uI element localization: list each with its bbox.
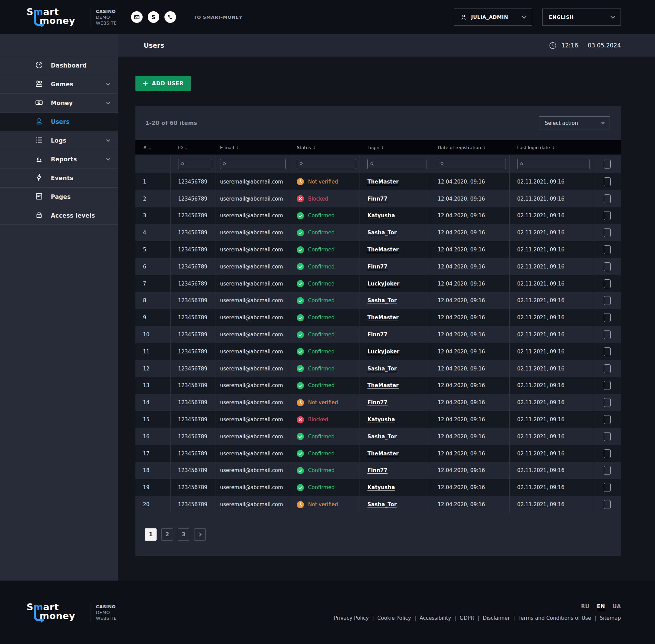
email-icon[interactable] xyxy=(131,11,143,23)
row-checkbox[interactable] xyxy=(604,483,611,492)
row-checkbox[interactable] xyxy=(604,296,611,305)
footer-language-ua[interactable]: UA xyxy=(613,603,621,610)
blocked-status-icon xyxy=(297,195,304,202)
footer-link-terms-and-conditions-of-use[interactable]: Terms and Conditions of Use xyxy=(518,615,591,621)
row-checkbox[interactable] xyxy=(604,279,611,288)
filter-input-date-of-registration[interactable] xyxy=(438,159,506,169)
login-link[interactable]: Finn77 xyxy=(367,467,388,473)
column-header-date-of-registration[interactable]: Date of registration↓ xyxy=(430,145,510,150)
row-checkbox[interactable] xyxy=(604,245,611,254)
page-button-2[interactable]: 2 xyxy=(161,528,173,541)
row-checkbox[interactable] xyxy=(604,398,611,407)
row-checkbox[interactable] xyxy=(604,415,611,424)
footer-link-disclaimer[interactable]: Disclaimer xyxy=(483,615,510,621)
row-checkbox[interactable] xyxy=(604,262,611,271)
login-link[interactable]: TheMaster xyxy=(367,451,399,457)
sidebar-item-pages[interactable]: Pages xyxy=(0,187,118,206)
sidebar-item-games[interactable]: Games xyxy=(0,75,118,93)
login-link[interactable]: Sasha_Tor xyxy=(367,434,397,440)
footer-language-en[interactable]: EN xyxy=(597,603,605,610)
pages-icon xyxy=(35,192,43,202)
row-checkbox[interactable] xyxy=(604,211,611,220)
sidebar-item-events[interactable]: Events xyxy=(0,169,118,187)
sidebar-item-logs[interactable]: Logs xyxy=(0,131,118,150)
login-link[interactable]: LuckyJoker xyxy=(367,349,399,355)
column-header-login[interactable]: Login↓ xyxy=(360,145,430,150)
login-link[interactable]: Sasha_Tor xyxy=(367,297,397,304)
to-smart-money-link[interactable]: TO SMART-MONEY xyxy=(194,15,243,20)
row-checkbox[interactable] xyxy=(604,330,611,339)
column-header-status[interactable]: Status↓ xyxy=(289,145,360,150)
row-checkbox[interactable] xyxy=(604,177,611,186)
footer-right: RUENUA Privacy Policy|Cookie Policy|Acce… xyxy=(334,603,621,621)
sidebar-item-label: Money xyxy=(51,100,73,106)
login-link[interactable]: Finn77 xyxy=(367,196,388,202)
sidebar-item-access[interactable]: Access levels xyxy=(0,206,118,225)
login-link[interactable]: Finn77 xyxy=(367,399,388,406)
sidebar-item-dashboard[interactable]: Dashboard xyxy=(0,56,118,75)
filter-input-status[interactable] xyxy=(297,159,356,169)
footer-link-privacy-policy[interactable]: Privacy Policy xyxy=(334,615,369,621)
login-link[interactable]: Katyusha xyxy=(367,484,395,491)
footer-link-separator: | xyxy=(478,615,479,621)
login-link[interactable]: LuckyJoker xyxy=(367,281,399,287)
language-dropdown[interactable]: ENGLISH xyxy=(542,9,621,26)
next-page-button[interactable] xyxy=(194,528,206,541)
events-icon xyxy=(35,173,43,183)
select-all-checkbox[interactable] xyxy=(604,160,611,169)
page-button-3[interactable]: 3 xyxy=(178,528,189,541)
row-checkbox[interactable] xyxy=(604,449,611,458)
row-checkbox[interactable] xyxy=(604,500,611,509)
viber-icon[interactable] xyxy=(164,11,176,23)
page-button-1[interactable]: 1 xyxy=(145,528,157,541)
column-header-id[interactable]: ID↓ xyxy=(171,145,216,150)
table-row: 14 123456789 useremail@abcmail.com Not v… xyxy=(135,394,621,411)
footer-link-gdpr[interactable]: GDPR xyxy=(460,615,474,621)
add-user-button[interactable]: + ADD USER xyxy=(135,76,191,91)
current-date: 03.05.2024 xyxy=(588,42,621,49)
admin-user-dropdown[interactable]: JULIA_ADMIN xyxy=(454,9,532,26)
row-checkbox[interactable] xyxy=(604,347,611,356)
search-icon xyxy=(222,162,227,166)
login-link[interactable]: Katyusha xyxy=(367,416,395,423)
footer-brand-tagline: CASINO DEMO WEBSITE xyxy=(96,604,117,621)
search-icon xyxy=(370,162,374,166)
row-checkbox[interactable] xyxy=(604,364,611,373)
login-link[interactable]: Finn77 xyxy=(367,332,388,338)
row-checkbox[interactable] xyxy=(604,466,611,475)
confirmed-status-icon xyxy=(297,365,304,372)
row-checkbox[interactable] xyxy=(604,313,611,322)
sidebar-item-users[interactable]: Users xyxy=(0,112,118,131)
table-row: 10 123456789 useremail@abcmail.com Confi… xyxy=(135,326,621,343)
login-link[interactable]: Sasha_Tor xyxy=(367,230,397,236)
column-header-e-mail[interactable]: E-mail↓ xyxy=(216,145,289,150)
skype-icon[interactable]: S xyxy=(148,11,159,23)
select-action-dropdown[interactable]: Select action xyxy=(539,116,610,130)
footer-link-sitemap[interactable]: Sitemap xyxy=(600,615,621,621)
filter-input-last-login-date[interactable] xyxy=(517,159,590,169)
row-checkbox[interactable] xyxy=(604,381,611,390)
row-select-cell xyxy=(593,496,621,513)
login-link[interactable]: TheMaster xyxy=(367,314,399,321)
sidebar-item-reports[interactable]: Reports xyxy=(0,150,118,169)
login-link[interactable]: TheMaster xyxy=(367,247,399,253)
row-checkbox[interactable] xyxy=(604,432,611,441)
sidebar-item-money[interactable]: Money xyxy=(0,93,118,112)
login-link[interactable]: Sasha_Tor xyxy=(367,366,397,372)
column-header-last-login-date[interactable]: Last login date↓ xyxy=(510,145,593,150)
login-link[interactable]: Katyusha xyxy=(367,213,395,219)
row-checkbox[interactable] xyxy=(604,194,611,203)
login-link[interactable]: TheMaster xyxy=(367,179,399,185)
login-link[interactable]: Sasha_Tor xyxy=(367,501,397,508)
filter-input-login[interactable] xyxy=(367,159,426,169)
footer-language-ru[interactable]: RU xyxy=(581,603,590,610)
row-checkbox[interactable] xyxy=(604,228,611,237)
footer-link-cookie-policy[interactable]: Cookie Policy xyxy=(377,615,411,621)
login-link[interactable]: TheMaster xyxy=(367,382,399,389)
footer-link-accessibility[interactable]: Accessibility xyxy=(420,615,451,621)
login-link[interactable]: Finn77 xyxy=(367,264,388,270)
login-cell: Finn77 xyxy=(360,394,430,411)
login-cell: TheMaster xyxy=(360,241,430,258)
filter-input-e-mail[interactable] xyxy=(220,159,286,169)
column-header--[interactable]: #↓ xyxy=(135,145,171,150)
